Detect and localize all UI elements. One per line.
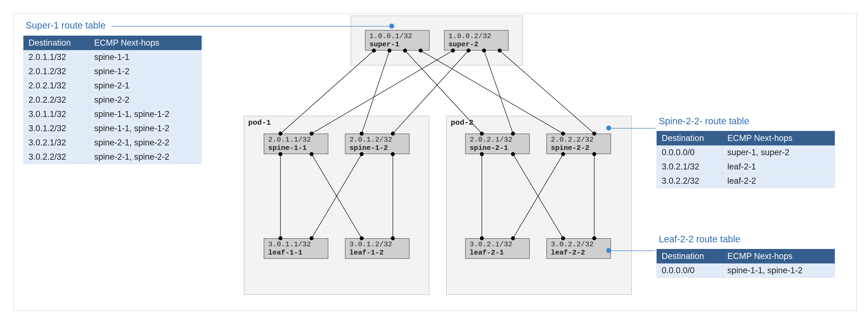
table-row: 0.0.0.0/0spine-1-1, spine-1-2 (657, 263, 835, 278)
leader-super1 (111, 26, 392, 27)
table-row: 3.0.2.1/32leaf-2-1 (657, 160, 835, 174)
table-row: 3.0.1.1/32spine-1-1, spine-1-2 (24, 107, 202, 121)
svg-point-10 (418, 49, 423, 53)
cell-destination: 3.0.2.1/32 (24, 136, 89, 150)
svg-point-7 (403, 49, 407, 53)
cell-next-hops: spine-1-1 (89, 50, 202, 64)
svg-point-25 (278, 152, 282, 156)
svg-point-16 (466, 49, 470, 53)
svg-point-46 (592, 152, 596, 156)
table-row: 3.0.2.1/32spine-2-1, spine-2-2 (24, 136, 202, 150)
svg-line-3 (362, 51, 390, 134)
table-row: 2.0.2.1/32spine-2-1 (24, 79, 202, 93)
svg-point-8 (480, 131, 484, 136)
cell-next-hops: spine-2-2 (89, 93, 202, 107)
svg-point-43 (561, 152, 565, 156)
col-next-hops: ECMP Next-hops (89, 36, 202, 50)
cell-destination: 2.0.2.2/32 (24, 93, 89, 107)
cell-destination: 2.0.2.1/32 (24, 79, 89, 93)
table-row: 2.0.1.2/32spine-1-2 (24, 64, 202, 79)
cell-destination: 3.0.2.2/32 (657, 174, 722, 188)
leader-dot-icon (606, 125, 611, 130)
svg-line-9 (421, 51, 563, 134)
cell-destination: 3.0.1.1/32 (24, 107, 89, 121)
cell-destination: 0.0.0.0/0 (657, 145, 722, 160)
cell-next-hops: spine-2-1 (89, 79, 202, 93)
super1-route-table: Destination ECMP Next-hops 2.0.1.1/32spi… (23, 36, 202, 164)
table-row: 0.0.0.0/0super-1, super-2 (657, 145, 835, 160)
col-destination: Destination (24, 36, 89, 50)
svg-point-32 (310, 236, 314, 240)
svg-point-29 (360, 236, 364, 240)
spine22-route-table-title: Spine-2-2- route table (659, 116, 749, 126)
leaf22-route-table: Destination ECMP Next-hops 0.0.0.0/0spin… (657, 249, 835, 278)
svg-point-37 (480, 152, 484, 156)
table-row: 3.0.1.2/32spine-1-1, spine-1-2 (24, 121, 202, 136)
svg-point-19 (482, 49, 486, 53)
svg-point-4 (388, 49, 392, 53)
svg-point-47 (592, 236, 596, 240)
topology-diagram: pod-1 pod-2 1.0.0.1/32 super-1 1.0.0.2/3… (239, 16, 640, 303)
cell-next-hops: spine-1-1, spine-1-2 (89, 121, 202, 136)
leader-spine22 (609, 128, 655, 128)
cell-next-hops: super-1, super-2 (722, 145, 835, 160)
table-row: 3.0.2.2/32leaf-2-2 (657, 174, 835, 188)
cell-destination: 3.0.2.1/32 (657, 160, 722, 174)
leader-dot-icon (389, 24, 394, 29)
spine22-route-table: Destination ECMP Next-hops 0.0.0.0/0supe… (657, 131, 835, 188)
svg-line-6 (405, 51, 482, 134)
svg-line-15 (393, 51, 468, 134)
svg-point-41 (561, 236, 565, 240)
svg-point-14 (310, 131, 314, 136)
cell-destination: 2.0.1.2/32 (24, 64, 89, 79)
svg-point-38 (480, 236, 484, 240)
col-next-hops: ECMP Next-hops (722, 249, 835, 263)
super1-route-table-title: Super-1 route table (26, 20, 106, 31)
svg-point-13 (451, 49, 455, 53)
cell-next-hops: spine-1-1, spine-1-2 (89, 107, 202, 121)
svg-point-22 (498, 49, 502, 53)
svg-point-44 (511, 236, 515, 240)
col-destination: Destination (657, 131, 722, 145)
table-row: 2.0.2.2/32spine-2-2 (24, 93, 202, 107)
svg-point-11 (561, 131, 565, 136)
cell-destination: 0.0.0.0/0 (657, 263, 722, 278)
leader-dot-icon (606, 248, 611, 253)
svg-point-35 (391, 236, 395, 240)
svg-line-0 (280, 51, 374, 134)
cell-next-hops: spine-2-1, spine-2-2 (89, 150, 202, 164)
col-next-hops: ECMP Next-hops (722, 131, 835, 145)
cell-destination: 2.0.1.1/32 (24, 50, 89, 64)
svg-point-17 (391, 131, 395, 136)
topology-links (239, 16, 640, 303)
cell-next-hops: spine-1-1, spine-1-2 (722, 263, 835, 278)
cell-next-hops: leaf-2-2 (722, 174, 835, 188)
svg-point-34 (391, 152, 395, 156)
cell-next-hops: leaf-2-1 (722, 160, 835, 174)
table-row: 2.0.1.1/32spine-1-1 (24, 50, 202, 64)
cell-next-hops: spine-1-2 (89, 64, 202, 79)
col-destination: Destination (657, 249, 722, 263)
svg-point-26 (278, 236, 282, 240)
leaf22-route-table-title: Leaf-2-2 route table (659, 234, 741, 244)
cell-next-hops: spine-2-1, spine-2-2 (89, 136, 202, 150)
leader-leaf22 (609, 251, 655, 251)
svg-line-18 (484, 51, 513, 134)
cell-destination: 3.0.1.2/32 (24, 121, 89, 136)
svg-point-28 (310, 152, 314, 156)
svg-point-2 (278, 131, 282, 136)
svg-line-12 (312, 51, 453, 134)
cell-destination: 3.0.2.2/32 (24, 150, 89, 164)
svg-point-23 (592, 131, 596, 136)
svg-point-31 (360, 152, 364, 156)
svg-line-21 (500, 51, 594, 134)
svg-point-1 (372, 49, 376, 53)
svg-point-20 (511, 131, 515, 136)
svg-point-40 (511, 152, 515, 156)
table-row: 3.0.2.2/32spine-2-1, spine-2-2 (24, 150, 202, 164)
svg-point-5 (360, 131, 364, 136)
